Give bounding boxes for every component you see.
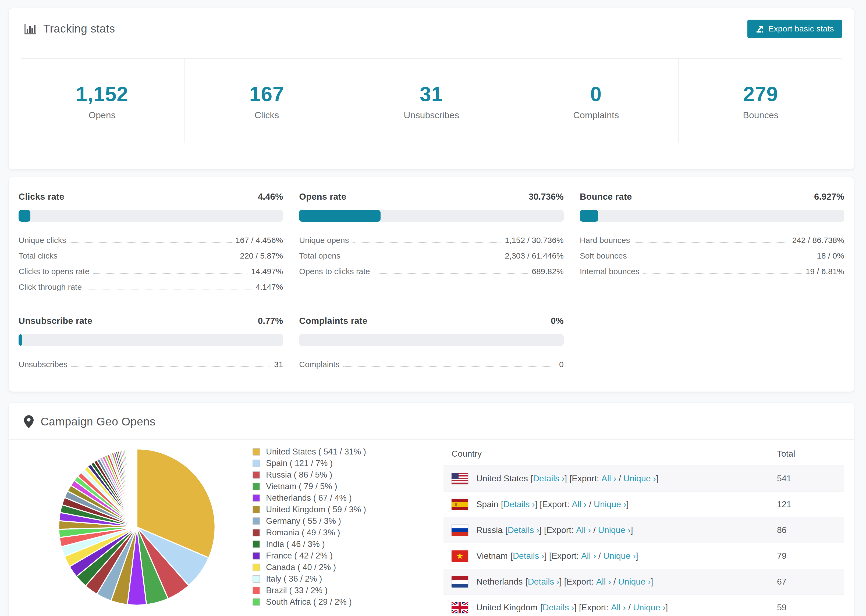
stat-clicks: 167 Clicks xyxy=(184,58,349,143)
table-row: ★Vietnam[Details ›] [Export: All › / Uni… xyxy=(444,543,844,569)
table-row: Russia[Details ›] [Export: All › / Uniqu… xyxy=(444,517,844,543)
details-link[interactable]: Details › xyxy=(543,603,574,613)
export-basic-stats-button[interactable]: Export basic stats xyxy=(747,20,842,38)
legend-item[interactable]: India ( 46 / 3% ) xyxy=(252,538,379,550)
stat-opens-label: Opens xyxy=(20,110,184,120)
rate-row-value: 2,303 / 61.446% xyxy=(505,251,564,262)
geo-legend: United States ( 541 / 31% )Spain ( 121 /… xyxy=(252,442,379,616)
opens-rate-value: 30.736% xyxy=(529,192,564,202)
total-cell: 121 xyxy=(777,499,844,509)
unsubscribe-rate-section: Unsubscribe rate 0.77% Unsubscribes31 xyxy=(19,316,283,371)
export-all-link[interactable]: All › xyxy=(576,525,591,535)
export-unique-link[interactable]: Unique › xyxy=(624,473,656,484)
total-column-header: Total xyxy=(777,449,844,459)
separator: / xyxy=(596,551,603,561)
details-link[interactable]: Details › xyxy=(533,473,565,484)
flag-vn-icon: ★ xyxy=(452,550,468,562)
unsubscribe-rate-value: 0.77% xyxy=(258,316,283,326)
legend-item[interactable]: France ( 42 / 2% ) xyxy=(252,550,379,561)
separator: / xyxy=(611,577,618,587)
complaints-rate-section: Complaints rate 0% Complaints0 xyxy=(299,316,564,371)
details-link[interactable]: Details › xyxy=(508,525,539,535)
bracket: [ xyxy=(531,473,533,484)
legend-item[interactable]: Vietnam ( 79 / 5% ) xyxy=(252,481,379,492)
map-pin-icon xyxy=(24,415,34,428)
complaints-rate-value: 0% xyxy=(551,316,564,326)
stat-bounces-label: Bounces xyxy=(679,110,843,120)
legend-item[interactable]: Netherlands ( 67 / 4% ) xyxy=(252,492,379,504)
dotted-leader xyxy=(71,366,270,367)
export-unique-link[interactable]: Unique › xyxy=(633,603,666,613)
bracket: ] [Export: xyxy=(544,551,581,561)
clicks-rate-section: Clicks rate 4.46% Unique clicks167 / 4.4… xyxy=(19,192,283,293)
stat-complaints: 0 Complaints xyxy=(514,58,678,143)
legend-item[interactable]: Brazil ( 33 / 2% ) xyxy=(252,585,379,596)
export-all-link[interactable]: All › xyxy=(572,499,587,509)
dashboard-page: Tracking stats Export basic stats 1,152 … xyxy=(0,0,866,616)
legend-item[interactable]: South Africa ( 29 / 2% ) xyxy=(252,596,379,608)
progress-fill xyxy=(19,210,30,222)
legend-swatch xyxy=(252,564,260,571)
country-name: United States xyxy=(476,473,528,484)
legend-swatch xyxy=(252,506,260,513)
legend-item[interactable]: Romania ( 49 / 3% ) xyxy=(252,527,379,538)
dotted-leader xyxy=(85,289,252,289)
progress-fill xyxy=(580,210,598,222)
rate-row: Unsubscribes31 xyxy=(19,355,283,371)
pie-slice[interactable] xyxy=(137,449,137,527)
rate-row-label: Unsubscribes xyxy=(19,360,68,371)
details-link[interactable]: Details › xyxy=(527,577,559,587)
progress-fill xyxy=(19,334,22,346)
export-unique-link[interactable]: Unique › xyxy=(603,551,636,561)
dotted-leader xyxy=(70,242,232,243)
clicks-rate-title: Clicks rate xyxy=(19,192,64,202)
legend-item[interactable]: Russia ( 86 / 5% ) xyxy=(252,469,379,481)
legend-item[interactable]: United Kingdom ( 59 / 3% ) xyxy=(252,504,379,515)
legend-swatch xyxy=(252,598,260,606)
dotted-leader xyxy=(631,258,813,258)
legend-item[interactable]: Italy ( 36 / 2% ) xyxy=(252,573,379,585)
flag-nl-icon xyxy=(452,576,468,588)
export-unique-link[interactable]: Unique › xyxy=(594,499,627,509)
stat-complaints-label: Complaints xyxy=(514,110,678,120)
opens-rate-title: Opens rate xyxy=(299,192,346,202)
campaign-geo-opens-card: Campaign Geo Opens United States ( 541 /… xyxy=(9,402,854,616)
details-link[interactable]: Details › xyxy=(513,551,544,561)
separator: / xyxy=(591,525,598,535)
legend-item-label: South Africa ( 29 / 2% ) xyxy=(266,597,352,607)
export-all-link[interactable]: All › xyxy=(601,473,616,484)
geo-table: Country Total United States[Details ›] [… xyxy=(444,442,844,616)
export-unique-link[interactable]: Unique › xyxy=(618,577,651,587)
rate-row-label: Unique clicks xyxy=(19,236,66,247)
rate-row: Total clicks220 / 5.87% xyxy=(19,247,283,262)
rate-row: Total opens2,303 / 61.446% xyxy=(299,247,564,262)
legend-item-label: Canada ( 40 / 2% ) xyxy=(266,563,336,572)
rate-row-value: 242 / 86.738% xyxy=(792,236,844,247)
opens-rate-bar xyxy=(299,210,564,222)
bracket: ] xyxy=(627,499,629,509)
bracket: ] xyxy=(631,525,633,535)
bracket: ] [Export: xyxy=(539,525,576,535)
legend-item[interactable]: Germany ( 55 / 3% ) xyxy=(252,515,379,527)
clicks-rate-value: 4.46% xyxy=(258,192,283,202)
legend-item[interactable]: Canada ( 40 / 2% ) xyxy=(252,561,379,573)
total-cell: 59 xyxy=(777,603,844,613)
legend-swatch xyxy=(252,552,260,559)
bounce-rate-title: Bounce rate xyxy=(580,192,632,202)
total-cell: 79 xyxy=(777,551,844,561)
export-all-link[interactable]: All › xyxy=(581,551,596,561)
export-all-link[interactable]: All › xyxy=(596,577,611,587)
legend-item-label: United States ( 541 / 31% ) xyxy=(266,447,366,457)
bar-chart-icon xyxy=(24,23,36,35)
legend-swatch xyxy=(252,483,260,490)
bounce-rate-value: 6.927% xyxy=(814,192,844,202)
legend-item[interactable]: United States ( 541 / 31% ) xyxy=(252,446,379,457)
export-unique-link[interactable]: Unique › xyxy=(598,525,631,535)
dotted-leader xyxy=(61,258,236,258)
rate-row-value: 689.82% xyxy=(532,267,564,278)
rates-card: Clicks rate 4.46% Unique clicks167 / 4.4… xyxy=(9,177,854,392)
export-all-link[interactable]: All › xyxy=(611,603,626,613)
legend-item[interactable]: Spain ( 121 / 7% ) xyxy=(252,457,379,469)
bracket: ] [Export: xyxy=(535,499,572,509)
details-link[interactable]: Details › xyxy=(504,499,535,509)
